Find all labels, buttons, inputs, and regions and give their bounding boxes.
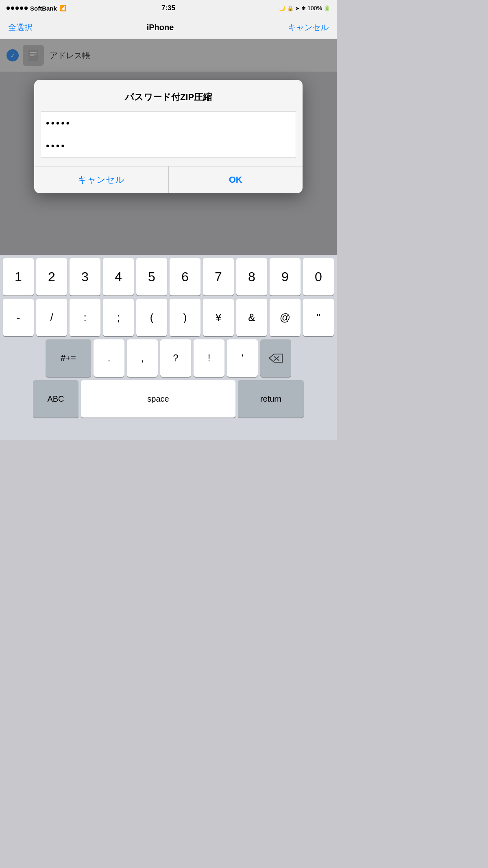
keyboard-row-bottom: ABC space return [2,380,335,418]
signal-dot-3 [15,7,19,10]
dialog: パスワード付ZIP圧縮 キャンセル OK [34,80,303,193]
nav-title: iPhone [147,23,174,32]
password-input-1[interactable] [41,112,296,135]
key-exclaim[interactable]: ! [194,339,224,377]
location-icon: ➤ [295,5,300,11]
key-slash[interactable]: / [36,299,67,336]
bluetooth-icon: ✽ [301,5,306,11]
key-0[interactable]: 0 [303,258,334,295]
key-2[interactable]: 2 [36,258,67,295]
key-colon[interactable]: : [70,299,100,336]
key-abc[interactable]: ABC [33,380,78,418]
signal-dot-1 [7,7,10,10]
backspace-key[interactable] [260,339,291,377]
key-4[interactable]: 4 [103,258,134,295]
dialog-actions: キャンセル OK [34,166,303,193]
key-yen[interactable]: ¥ [203,299,234,336]
carrier-name: SoftBank [30,5,57,12]
select-all-button[interactable]: 全選択 [8,22,33,33]
wifi-icon: 📶 [59,5,66,11]
key-at[interactable]: @ [270,299,301,336]
moon-icon: 🌙 [279,5,285,11]
dialog-overlay: パスワード付ZIP圧縮 キャンセル OK [0,39,337,255]
status-bar: SoftBank 📶 7:35 🌙 🔒 ➤ ✽ 100% 🔋 [0,0,337,16]
key-period[interactable]: . [94,339,124,377]
bottom-bar [0,424,337,440]
key-6[interactable]: 6 [170,258,200,295]
status-time: 7:35 [161,4,175,12]
key-3[interactable]: 3 [70,258,100,295]
key-8[interactable]: 8 [236,258,267,295]
key-open-paren[interactable]: ( [136,299,167,336]
status-left: SoftBank 📶 [7,5,66,12]
key-9[interactable]: 9 [270,258,301,295]
key-apostrophe[interactable]: ' [227,339,258,377]
signal-dot-4 [20,7,23,10]
key-7[interactable]: 7 [203,258,234,295]
dialog-inputs [34,112,303,166]
key-dash[interactable]: - [3,299,34,336]
keyboard-row-symbols: - / : ; ( ) ¥ & @ " [2,299,335,336]
signal-dots [7,7,28,10]
password-input-2[interactable] [41,135,296,158]
signal-dot-2 [11,7,14,10]
keyboard-row-numbers: 1 2 3 4 5 6 7 8 9 0 [2,258,335,295]
dialog-title: パスワード付ZIP圧縮 [34,80,303,112]
key-amp[interactable]: & [236,299,267,336]
battery-percentage: 100% [307,5,322,11]
key-quote[interactable]: " [303,299,334,336]
key-5[interactable]: 5 [136,258,167,295]
key-space[interactable]: space [81,380,235,418]
dialog-cancel-button[interactable]: キャンセル [34,166,169,193]
dialog-ok-button[interactable]: OK [169,166,303,193]
key-hash-plus-equals[interactable]: #+= [46,339,91,377]
battery-icon: 🔋 [324,5,330,11]
key-close-paren[interactable]: ) [170,299,200,336]
signal-dot-5 [24,7,28,10]
content-area: ✓ アドレス帳 パスワード付ZIP圧縮 キャンセル OK [0,39,337,255]
key-1[interactable]: 1 [3,258,34,295]
key-question[interactable]: ? [160,339,191,377]
key-return[interactable]: return [238,380,304,418]
cancel-nav-button[interactable]: キャンセル [288,22,329,33]
status-right: 🌙 🔒 ➤ ✽ 100% 🔋 [279,5,330,11]
key-comma[interactable]: , [127,339,158,377]
lock-icon: 🔒 [287,5,294,11]
keyboard-row-special: #+= . , ? ! ' [2,339,335,377]
nav-bar: 全選択 iPhone キャンセル [0,16,337,39]
keyboard: 1 2 3 4 5 6 7 8 9 0 - / : ; ( ) ¥ & @ " … [0,255,337,424]
key-semicolon[interactable]: ; [103,299,134,336]
